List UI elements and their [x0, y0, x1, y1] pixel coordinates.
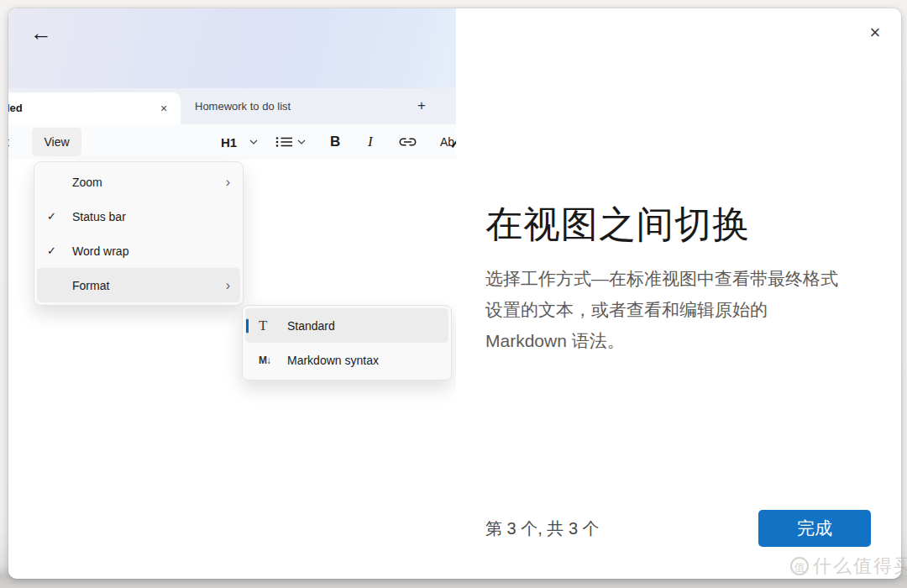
back-arrow-icon: ←: [30, 20, 52, 45]
tab-homework[interactable]: Homework to do list: [181, 88, 391, 124]
tab-label: led: [8, 92, 23, 124]
menu-item-zoom[interactable]: Zoom ›: [37, 165, 240, 199]
tab-close-icon[interactable]: ×: [155, 100, 172, 117]
chevron-down-icon: [249, 139, 258, 144]
formatting-toolbar: t View H1 B I Ab: [8, 124, 456, 160]
menu-item-label: Status bar: [72, 210, 230, 223]
menu-item-label: Word wrap: [72, 244, 230, 258]
chevron-down-icon: [297, 139, 306, 144]
chevron-right-icon: ›: [226, 278, 230, 293]
text-format-button[interactable]: Ab: [440, 135, 454, 149]
page-title: 在视图之间切换: [485, 200, 750, 249]
check-icon: ✓: [47, 210, 72, 223]
step-indicator: 第 3 个, 共 3 个: [485, 517, 600, 540]
tab-label: Homework to do list: [195, 88, 291, 124]
view-dropdown-menu: Zoom › ✓ Status bar ✓ Word wrap Format ›: [34, 161, 244, 306]
menu-item-label: Format: [72, 279, 226, 292]
description-line: Markdown 语法。: [485, 325, 838, 356]
link-button[interactable]: [397, 137, 418, 148]
link-icon: [397, 137, 418, 148]
plus-icon: +: [417, 97, 426, 113]
close-button[interactable]: ×: [861, 20, 889, 45]
selection-indicator: [246, 318, 249, 333]
banner: [8, 8, 456, 88]
list-button[interactable]: [275, 136, 293, 148]
italic-button[interactable]: I: [368, 134, 373, 150]
new-tab-button[interactable]: +: [410, 93, 433, 118]
description-line: 选择工作方式—在标准视图中查看带最终格式: [485, 263, 838, 294]
standard-text-icon: T: [259, 318, 287, 334]
description-line: 设置的文本，或者查看和编辑原始的: [485, 294, 838, 325]
heading-style-button[interactable]: H1: [221, 135, 237, 150]
menu-item-label: Zoom: [72, 176, 226, 189]
back-button[interactable]: ←: [24, 17, 59, 49]
tab-bar: led × Homework to do list +: [8, 88, 456, 124]
submenu-item-label: Standard: [287, 319, 435, 333]
menu-item-status-bar[interactable]: ✓ Status bar: [37, 199, 240, 234]
edit-menu-partial[interactable]: t: [8, 135, 9, 149]
notepad-preview: ← led × Homework to do list + t View H1 …: [8, 8, 456, 579]
bold-button[interactable]: B: [330, 134, 340, 150]
onboarding-dialog: ← led × Homework to do list + t View H1 …: [8, 8, 901, 579]
description: 选择工作方式—在标准视图中查看带最终格式 设置的文本，或者查看和编辑原始的 Ma…: [485, 263, 838, 356]
view-menu-button[interactable]: View: [32, 128, 81, 156]
tab-untitled[interactable]: led ×: [8, 92, 181, 124]
close-icon: ×: [870, 22, 881, 43]
done-button[interactable]: 完成: [758, 510, 871, 547]
check-icon: ✓: [47, 244, 72, 257]
submenu-item-markdown[interactable]: M↓ Markdown syntax: [245, 343, 448, 377]
markdown-icon: M↓: [259, 354, 287, 366]
submenu-item-standard[interactable]: T Standard: [245, 308, 448, 343]
chevron-right-icon: ›: [226, 175, 230, 190]
menu-item-format[interactable]: Format ›: [37, 268, 240, 302]
format-submenu: T Standard M↓ Markdown syntax: [242, 305, 452, 381]
submenu-item-label: Markdown syntax: [287, 354, 435, 367]
onboarding-content: 在视图之间切换 选择工作方式—在标准视图中查看带最终格式 设置的文本，或者查看和…: [456, 8, 901, 579]
menu-item-word-wrap[interactable]: ✓ Word wrap: [37, 234, 240, 268]
